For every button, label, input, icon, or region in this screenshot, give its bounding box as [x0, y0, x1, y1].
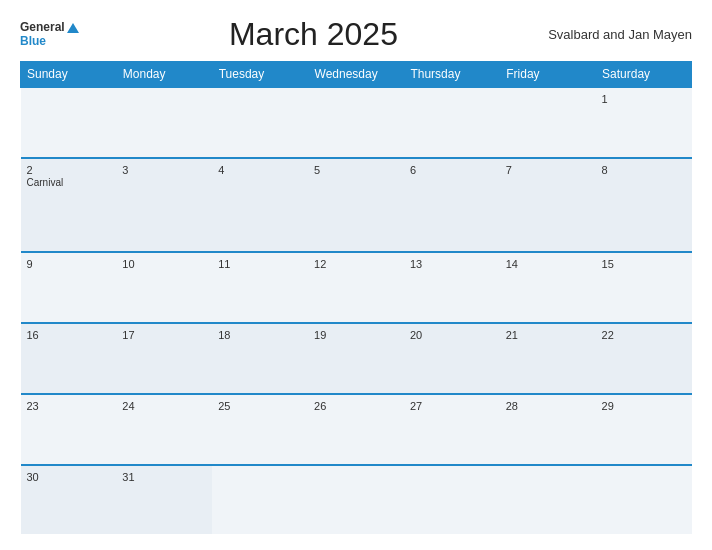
day-number: 24	[122, 400, 206, 412]
calendar-cell	[116, 87, 212, 158]
day-number: 23	[27, 400, 111, 412]
day-number: 28	[506, 400, 590, 412]
day-number: 26	[314, 400, 398, 412]
calendar-week-row: 23242526272829	[21, 394, 692, 465]
calendar-cell: 31	[116, 465, 212, 534]
day-number: 7	[506, 164, 590, 176]
calendar-cell: 27	[404, 394, 500, 465]
day-number: 9	[27, 258, 111, 270]
calendar-cell	[212, 465, 308, 534]
calendar-cell	[308, 87, 404, 158]
calendar-cell	[596, 465, 692, 534]
calendar-cell	[404, 465, 500, 534]
day-number: 31	[122, 471, 206, 483]
calendar-cell: 9	[21, 252, 117, 323]
calendar-header: General Blue March 2025 Svalbard and Jan…	[20, 16, 692, 53]
header-friday: Friday	[500, 62, 596, 88]
calendar-cell: 1	[596, 87, 692, 158]
calendar-cell: 20	[404, 323, 500, 394]
day-number: 10	[122, 258, 206, 270]
calendar-cell: 26	[308, 394, 404, 465]
calendar-cell: 12	[308, 252, 404, 323]
calendar-cell: 30	[21, 465, 117, 534]
day-number: 15	[602, 258, 686, 270]
day-number: 8	[602, 164, 686, 176]
day-number: 6	[410, 164, 494, 176]
day-number: 16	[27, 329, 111, 341]
calendar-cell: 2Carnival	[21, 158, 117, 252]
logo-blue-text: Blue	[20, 35, 46, 48]
calendar-cell: 29	[596, 394, 692, 465]
calendar-cell: 8	[596, 158, 692, 252]
calendar-week-row: 9101112131415	[21, 252, 692, 323]
header-sunday: Sunday	[21, 62, 117, 88]
day-number: 2	[27, 164, 111, 176]
calendar-cell: 16	[21, 323, 117, 394]
calendar-cell: 4	[212, 158, 308, 252]
header-monday: Monday	[116, 62, 212, 88]
calendar-title: March 2025	[79, 16, 548, 53]
calendar-cell	[500, 465, 596, 534]
header-saturday: Saturday	[596, 62, 692, 88]
calendar-cell	[21, 87, 117, 158]
calendar-cell: 21	[500, 323, 596, 394]
day-number: 19	[314, 329, 398, 341]
day-number: 13	[410, 258, 494, 270]
day-number: 1	[602, 93, 686, 105]
day-number: 5	[314, 164, 398, 176]
logo-general-text: General	[20, 20, 65, 34]
day-number: 22	[602, 329, 686, 341]
calendar-cell: 3	[116, 158, 212, 252]
calendar-cell: 14	[500, 252, 596, 323]
event-label: Carnival	[27, 177, 111, 188]
calendar-cell: 17	[116, 323, 212, 394]
calendar-cell: 10	[116, 252, 212, 323]
day-number: 18	[218, 329, 302, 341]
day-number: 4	[218, 164, 302, 176]
calendar-cell	[308, 465, 404, 534]
calendar-cell	[212, 87, 308, 158]
logo: General Blue	[20, 21, 79, 47]
header-wednesday: Wednesday	[308, 62, 404, 88]
day-number: 30	[27, 471, 111, 483]
calendar-cell	[404, 87, 500, 158]
calendar-cell: 7	[500, 158, 596, 252]
day-number: 14	[506, 258, 590, 270]
day-number: 29	[602, 400, 686, 412]
calendar-cell: 18	[212, 323, 308, 394]
weekday-header-row: Sunday Monday Tuesday Wednesday Thursday…	[21, 62, 692, 88]
calendar-week-row: 2Carnival345678	[21, 158, 692, 252]
calendar-week-row: 3031	[21, 465, 692, 534]
day-number: 12	[314, 258, 398, 270]
day-number: 21	[506, 329, 590, 341]
day-number: 11	[218, 258, 302, 270]
calendar-cell: 24	[116, 394, 212, 465]
calendar-cell	[500, 87, 596, 158]
calendar-cell: 22	[596, 323, 692, 394]
day-number: 20	[410, 329, 494, 341]
day-number: 3	[122, 164, 206, 176]
calendar-cell: 28	[500, 394, 596, 465]
calendar-cell: 13	[404, 252, 500, 323]
calendar-cell: 6	[404, 158, 500, 252]
calendar-cell: 19	[308, 323, 404, 394]
day-number: 27	[410, 400, 494, 412]
header-tuesday: Tuesday	[212, 62, 308, 88]
calendar-cell: 5	[308, 158, 404, 252]
calendar-cell: 15	[596, 252, 692, 323]
header-thursday: Thursday	[404, 62, 500, 88]
calendar-cell: 25	[212, 394, 308, 465]
calendar-week-row: 16171819202122	[21, 323, 692, 394]
logo-triangle-icon	[67, 23, 79, 33]
calendar-week-row: 1	[21, 87, 692, 158]
calendar-table: Sunday Monday Tuesday Wednesday Thursday…	[20, 61, 692, 534]
day-number: 17	[122, 329, 206, 341]
region-label: Svalbard and Jan Mayen	[548, 27, 692, 42]
calendar-cell: 23	[21, 394, 117, 465]
calendar-cell: 11	[212, 252, 308, 323]
day-number: 25	[218, 400, 302, 412]
